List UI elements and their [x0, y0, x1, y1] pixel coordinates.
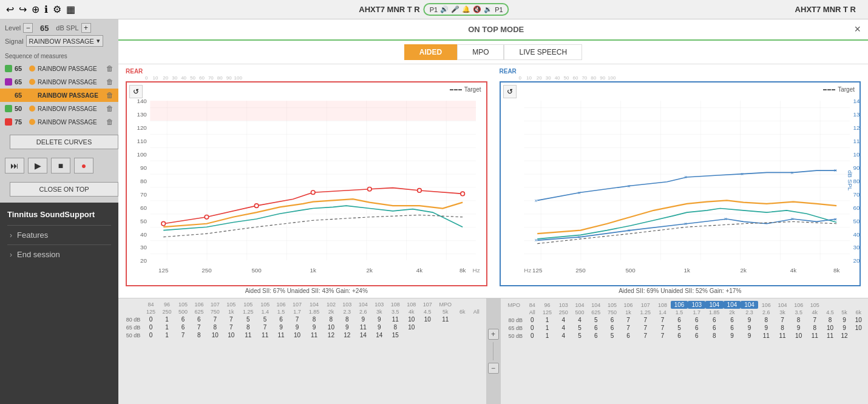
measure-item: 65 RAINBOW PASSAGE 🗑 [0, 62, 118, 75]
svg-text:×: × [833, 217, 836, 223]
play-step-button[interactable]: ⏭ [5, 158, 24, 173]
measure-delete-2[interactable]: 🗑 [106, 78, 114, 86]
svg-point-27 [311, 190, 315, 195]
data-table-area: 84 96 105 106 107 105 105 105 106 107 10… [118, 298, 868, 404]
svg-text:×: × [683, 174, 687, 180]
table-row: 50 dB 01456567766899111110111112 [503, 332, 866, 340]
chart-right-legend: Target [823, 86, 855, 93]
info-icon[interactable]: ℹ [44, 4, 48, 15]
svg-text:40: 40 [853, 231, 860, 238]
measure-delete-1[interactable]: 🗑 [106, 64, 114, 73]
stop-button[interactable]: ■ [51, 158, 70, 173]
tab-live-speech[interactable]: LIVE SPEECH [504, 44, 582, 60]
measure-delete-3[interactable]: 🗑 [106, 91, 114, 99]
modal-close-button[interactable]: × [854, 23, 861, 36]
redo-icon[interactable]: ↪ [19, 4, 27, 15]
svg-text:×: × [833, 167, 836, 173]
play-button[interactable]: ▶ [28, 158, 47, 173]
chevron-right-icon: › [10, 231, 12, 240]
svg-text:140: 140 [853, 98, 860, 104]
settings-icon[interactable]: ⚙ [53, 4, 61, 15]
features-label: Features [17, 231, 48, 240]
measure-dot-4 [29, 106, 35, 112]
tab-bar: AIDED MPO LIVE SPEECH [118, 41, 868, 64]
sidebar-item-features[interactable]: › Features [7, 225, 111, 244]
main-container: Level − 65 dB SPL + Signal RAINBOW PASSA… [0, 19, 868, 404]
measure-item-active: 65 RAINBOW PASSAGE 🗑 [0, 89, 118, 102]
svg-text:Hz: Hz [473, 267, 480, 274]
svg-text:500: 500 [625, 267, 636, 274]
svg-text:70: 70 [853, 191, 860, 198]
measure-delete-4[interactable]: 🗑 [106, 104, 114, 113]
undo-icon[interactable]: ↩ [6, 4, 14, 15]
svg-text:×: × [724, 216, 727, 222]
svg-text:dB SPL: dB SPL [846, 170, 853, 191]
scroll-down-button[interactable]: − [488, 363, 499, 374]
level-unit: dB SPL [56, 24, 78, 32]
svg-text:110: 110 [137, 138, 147, 144]
chart-left-box: ↺ Target [126, 81, 487, 286]
measure-level-4: 50 [15, 105, 27, 112]
chart-left-x-axis-top: 0102030405060708090100 [126, 75, 487, 81]
chart-right-target-label: Target [838, 86, 855, 93]
level-minus-button[interactable]: − [23, 23, 33, 33]
chevron-right-icon-2: › [10, 251, 12, 259]
scroll-up-button[interactable]: + [488, 329, 499, 340]
svg-rect-23 [150, 101, 476, 121]
svg-text:×: × [627, 227, 630, 234]
target-icon[interactable]: ⊕ [32, 4, 39, 15]
delete-curves-button[interactable]: DELETE CURVES [10, 135, 118, 149]
svg-text:100: 100 [137, 151, 147, 158]
table-row: All 125 250 500 625 750 1k 1.25 1.4 1.5 … [503, 309, 866, 316]
chart-left-target-label: Target [464, 86, 481, 93]
svg-text:4k: 4k [790, 267, 796, 274]
signal-select[interactable]: RAINBOW PASSAGE ▾ [26, 35, 103, 47]
mic-icon: 🎤 [451, 5, 459, 13]
svg-text:90: 90 [853, 164, 860, 171]
svg-text:×: × [627, 183, 630, 189]
p1-label: P1 [430, 6, 438, 13]
svg-text:×: × [790, 216, 793, 222]
svg-text:1k: 1k [310, 267, 316, 274]
signal-label: Signal [5, 38, 24, 45]
svg-text:125: 125 [158, 267, 169, 274]
svg-text:8k: 8k [833, 267, 839, 274]
chart-left-footer: Aided SII: 67% Unaided SII: 43% Gain: +2… [126, 288, 487, 294]
p1-selector[interactable]: P1 🔊 🎤 🔔 🔇 🔉 P1 [424, 3, 509, 16]
svg-text:80: 80 [853, 178, 860, 184]
svg-point-30 [461, 192, 465, 196]
speaker-icon: 🔊 [440, 5, 449, 13]
chart-left-reset-icon[interactable]: ↺ [129, 85, 143, 98]
svg-text:20: 20 [853, 257, 860, 264]
level-row: Level − 65 dB SPL + [5, 23, 114, 33]
playback-controls: ⏭ ▶ ■ ● [0, 155, 118, 176]
measure-level-2: 65 [15, 78, 27, 86]
svg-text:120: 120 [853, 124, 860, 131]
svg-text:50: 50 [140, 218, 147, 224]
measure-level-5: 75 [15, 118, 27, 126]
svg-text:130: 130 [853, 111, 860, 118]
measure-name-4: RAINBOW PASSAGE [38, 106, 104, 112]
measure-color-4 [5, 105, 12, 112]
p1-label2: P1 [495, 6, 503, 13]
sidebar-item-end-session[interactable]: › End session [7, 244, 111, 264]
table-row: 50 dB 0178101011111110111212141415 [121, 331, 484, 339]
svg-rect-0 [150, 101, 476, 260]
display-icon[interactable]: ▦ [66, 4, 75, 15]
svg-text:2k: 2k [367, 267, 373, 274]
svg-point-26 [254, 204, 259, 208]
level-plus-button[interactable]: + [81, 23, 91, 33]
table-divider: + − [486, 298, 501, 404]
chart-left-legend: Target [450, 86, 481, 93]
measure-delete-5[interactable]: 🗑 [106, 118, 114, 126]
record-button[interactable]: ● [74, 158, 93, 173]
close-on-top-button[interactable]: CLOSE ON TOP [10, 182, 118, 197]
svg-text:40: 40 [140, 231, 147, 238]
tab-mpo[interactable]: MPO [457, 44, 504, 60]
tab-aided[interactable]: AIDED [404, 44, 457, 60]
measure-color-2 [5, 78, 12, 86]
measure-list: 65 RAINBOW PASSAGE 🗑 65 RAINBOW PASSAGE … [0, 62, 118, 129]
chart-right-reset-icon[interactable]: ↺ [503, 85, 517, 98]
table-row: 80 dB 01667755678889911101011 [121, 315, 484, 323]
measure-name-2: RAINBOW PASSAGE [38, 79, 104, 86]
